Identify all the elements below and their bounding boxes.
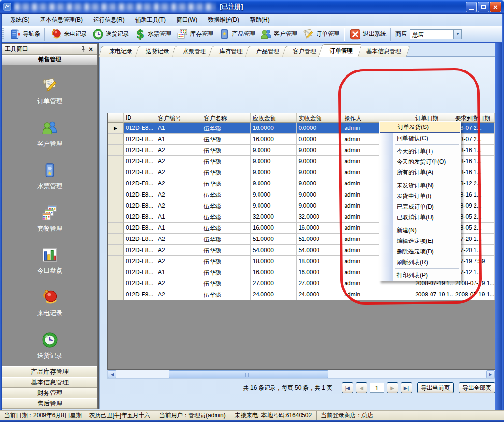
- row-selector-cell[interactable]: [108, 156, 124, 167]
- ctx-shipping-orders[interactable]: 发货中订单(I): [379, 191, 461, 201]
- tab-inventory[interactable]: 库存管理: [210, 46, 250, 57]
- menu-window[interactable]: 窗口(W): [171, 14, 202, 26]
- shop-store-select[interactable]: 总店: [410, 29, 462, 39]
- toolbar-button[interactable]: [390, 28, 391, 41]
- column-header[interactable]: 应收金额: [251, 113, 297, 123]
- ctx-order-ship[interactable]: 订单发货(S): [380, 122, 460, 133]
- tab-order[interactable]: 订单管理: [320, 44, 360, 57]
- column-header[interactable]: 客户编号: [156, 113, 202, 123]
- row-selector-cell[interactable]: [108, 256, 124, 267]
- ctx-receipt-confirm[interactable]: 回单确认(C): [379, 133, 461, 143]
- column-header[interactable]: ID: [124, 113, 156, 123]
- water-ticket-button[interactable]: $ 水票管理: [131, 27, 173, 42]
- cell-received-amount: 9.0000: [297, 189, 343, 200]
- row-selector-cell[interactable]: [108, 234, 124, 245]
- exit-system-button[interactable]: 退出系统: [346, 27, 389, 42]
- ctx-edit-selected[interactable]: 编辑选定项(E): [379, 236, 461, 246]
- tab-delivery-records[interactable]: 送货记录: [137, 46, 176, 57]
- close-button[interactable]: ×: [490, 2, 501, 12]
- sidebar-item-order-management[interactable]: 订单管理: [2, 70, 97, 113]
- row-selector-cell[interactable]: [108, 123, 124, 134]
- inventory-button[interactable]: 库存管理: [173, 27, 216, 42]
- menu-aux-tools[interactable]: 辅助工具(T): [130, 14, 171, 26]
- scroll-left-icon[interactable]: [108, 370, 116, 378]
- row-selector-cell[interactable]: [108, 178, 124, 189]
- section-product-inventory[interactable]: 产品库存管理: [2, 366, 97, 377]
- row-selector-cell[interactable]: [108, 278, 124, 289]
- sidebar-item-water-ticket-management[interactable]: 水票管理: [2, 155, 97, 197]
- section-after-sales[interactable]: 售后管理: [2, 398, 97, 409]
- table-row[interactable]: 012D-E8... A2 伍华聪 24.0000 24.0000 admin …: [108, 289, 495, 300]
- toolbar-button[interactable]: [44, 28, 45, 41]
- ctx-print-list[interactable]: 打印列表(P): [379, 270, 461, 281]
- column-header[interactable]: 客户名称: [202, 113, 251, 123]
- section-basic-info[interactable]: 基本信息管理: [2, 377, 97, 388]
- row-selector-cell[interactable]: [108, 145, 124, 156]
- sidebar-item-today-inventory[interactable]: 今日盘点: [2, 239, 97, 282]
- section-finance[interactable]: 财务管理: [2, 388, 97, 398]
- ctx-all-orders[interactable]: 所有的订单(A): [379, 167, 461, 178]
- customer-button[interactable]: 客户管理: [258, 27, 300, 42]
- delivery-records-button[interactable]: 送货记录: [89, 27, 131, 42]
- pager-first-button[interactable]: |◀: [342, 382, 353, 393]
- row-selector-cell[interactable]: [108, 245, 124, 256]
- row-selector-cell[interactable]: [108, 223, 124, 234]
- ctx-cancelled-orders[interactable]: 已取消订单(U): [379, 212, 461, 223]
- tool-window-close-icon[interactable]: ×: [87, 45, 95, 53]
- sidebar-section-sales[interactable]: 销售管理: [2, 55, 97, 65]
- ctx-completed-orders[interactable]: 已完成订单(D): [379, 201, 461, 212]
- scroll-right-icon[interactable]: [486, 370, 495, 378]
- toolbar-grip[interactable]: [2, 28, 4, 40]
- row-selector-cell[interactable]: [108, 167, 124, 178]
- row-selector-cell[interactable]: [108, 134, 124, 145]
- sidebar-item-call-records[interactable]: 来电记录: [2, 282, 97, 324]
- grid-horizontal-scrollbar[interactable]: [107, 370, 495, 379]
- export-current-page-button[interactable]: 导出当前页: [417, 382, 454, 393]
- tab-basic-info[interactable]: 基本信息管理: [357, 46, 408, 57]
- ctx-new[interactable]: 新建(N): [379, 225, 461, 236]
- nav-bar-button[interactable]: 导航条: [6, 27, 43, 42]
- tab-product[interactable]: 产品管理: [247, 46, 287, 57]
- cell-receivable-amount: 16.0000: [251, 123, 297, 134]
- menu-basic-info[interactable]: 基本信息管理(B): [35, 14, 88, 26]
- menu-runtime-info[interactable]: 运行信息(R): [88, 14, 130, 26]
- row-selector-cell[interactable]: [108, 200, 124, 211]
- toolbar-button-label: 水票管理: [148, 30, 171, 38]
- tab-call-records[interactable]: 来电记录: [100, 46, 140, 57]
- minimize-button[interactable]: [466, 2, 477, 12]
- ctx-today-orders[interactable]: 今天的订单(T): [379, 146, 461, 156]
- pager-next-button[interactable]: ▶: [387, 382, 398, 393]
- chevron-down-icon[interactable]: [453, 30, 461, 39]
- sidebar-splitter[interactable]: [98, 43, 99, 409]
- column-header[interactable]: 实收金额: [297, 113, 343, 123]
- order-button[interactable]: 订单管理: [300, 27, 342, 42]
- row-selector-cell[interactable]: [108, 289, 124, 300]
- page-number-input[interactable]: 1: [370, 383, 384, 393]
- menu-data-maintenance[interactable]: 数据维护(D): [202, 14, 245, 26]
- menu-system[interactable]: 系统(S): [5, 14, 35, 26]
- maximize-button[interactable]: [478, 2, 489, 12]
- scrollbar-thumb[interactable]: [169, 370, 328, 378]
- scrollbar-track[interactable]: [116, 370, 486, 378]
- sidebar-item-package-management[interactable]: 套餐管理: [2, 197, 97, 239]
- tab-customer[interactable]: 客户管理: [284, 46, 323, 57]
- export-all-pages-button[interactable]: 导出全部页: [459, 382, 495, 393]
- sidebar-item-delivery-records[interactable]: 送货记录: [2, 324, 97, 366]
- ctx-unshipped-orders[interactable]: 未发货订单(N): [379, 180, 461, 191]
- pager-last-button[interactable]: ▶|: [401, 382, 412, 393]
- tab-water-ticket[interactable]: 水票管理: [173, 46, 213, 57]
- row-selector-cell[interactable]: [108, 211, 124, 223]
- tab-label: 库存管理: [219, 47, 243, 56]
- menu-help[interactable]: 帮助(H): [245, 14, 275, 26]
- call-records-button[interactable]: 来电记录: [47, 27, 89, 42]
- sidebar-item-customer-management[interactable]: 客户管理: [2, 113, 97, 155]
- toolbar-button[interactable]: [344, 28, 345, 41]
- row-selector-cell[interactable]: [108, 267, 124, 278]
- ctx-delete-selected[interactable]: 删除选定项(D): [379, 246, 461, 257]
- pin-icon[interactable]: [79, 45, 87, 53]
- row-selector-cell[interactable]: [108, 189, 124, 200]
- ctx-today-ship-orders[interactable]: 今天的发货订单(O): [379, 156, 461, 167]
- ctx-refresh-list[interactable]: 刷新列表(R): [379, 257, 461, 267]
- pager-prev-button[interactable]: ◀: [356, 382, 367, 393]
- product-button[interactable]: 产品管理: [216, 27, 258, 42]
